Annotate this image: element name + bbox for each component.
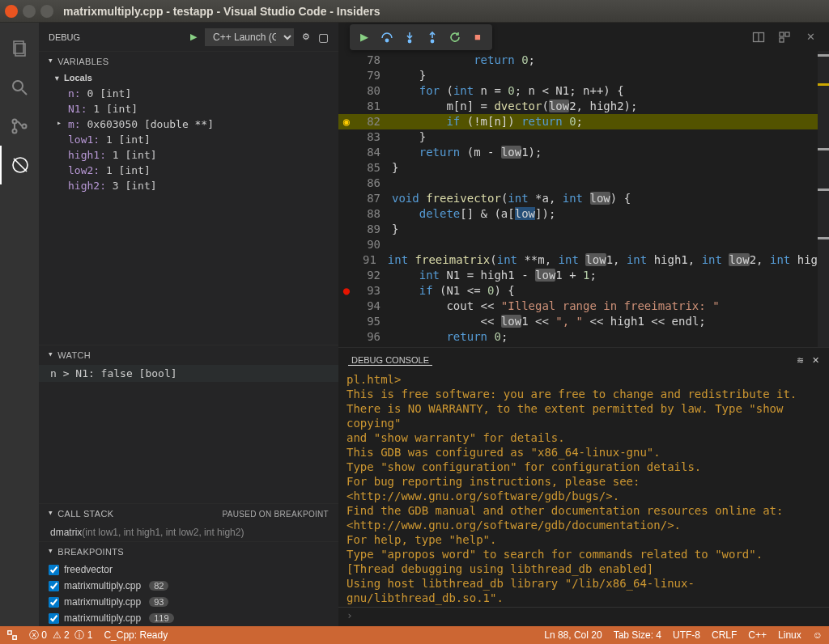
variable-row[interactable]: low1: 1 [int] bbox=[39, 132, 338, 147]
variables-scope-locals[interactable]: Locals bbox=[39, 71, 338, 84]
code-line[interactable]: int N1 = high1 - low1 + 1; bbox=[392, 268, 818, 283]
breakpoint-gutter[interactable] bbox=[338, 160, 355, 176]
variable-row[interactable]: low2: 1 [int] bbox=[39, 163, 338, 178]
breakpoint-gutter[interactable] bbox=[338, 206, 355, 222]
overview-ruler[interactable] bbox=[818, 51, 829, 347]
code-line[interactable]: return (m - low1); bbox=[392, 145, 818, 160]
debug-console-toggle-icon[interactable]: ▢ bbox=[318, 31, 329, 44]
code-line[interactable]: void freeivector(int *a, int low) { bbox=[392, 191, 818, 206]
window-maximize-button[interactable] bbox=[40, 5, 53, 18]
watch-section-header[interactable]: WATCH bbox=[39, 345, 338, 365]
breakpoint-gutter[interactable] bbox=[338, 237, 355, 252]
breakpoint-gutter[interactable] bbox=[338, 99, 355, 114]
debug-step-into-button[interactable] bbox=[398, 26, 421, 49]
code-line[interactable]: return 0; bbox=[392, 53, 818, 68]
breakpoint-checkbox[interactable] bbox=[49, 565, 59, 575]
code-line[interactable]: int freeimatrix(int **m, int low1, int h… bbox=[388, 252, 818, 268]
debug-console-tab[interactable]: DEBUG CONSOLE bbox=[348, 355, 432, 366]
code-line[interactable]: if (N1 <= 0) { bbox=[392, 283, 818, 299]
breakpoint-row[interactable]: matrixmultiply.cpp82 bbox=[39, 578, 338, 594]
window-close-button[interactable] bbox=[5, 5, 18, 18]
breakpoint-checkbox[interactable] bbox=[49, 581, 59, 591]
code-line[interactable]: if (!m[n]) return 0; bbox=[392, 114, 818, 129]
breakpoint-gutter[interactable] bbox=[338, 176, 355, 191]
breakpoint-gutter[interactable] bbox=[338, 314, 355, 329]
split-editor-icon[interactable] bbox=[748, 27, 769, 48]
callstack-frame[interactable]: dmatrix(int low1, int high1, int low2, i… bbox=[39, 523, 338, 541]
breakpoint-gutter[interactable] bbox=[338, 53, 355, 68]
editor-close-icon[interactable]: ✕ bbox=[800, 27, 821, 48]
variables-section-header[interactable]: VARIABLES bbox=[39, 52, 338, 71]
debug-step-out-button[interactable] bbox=[421, 26, 444, 49]
debug-restart-button[interactable] bbox=[444, 26, 466, 49]
variable-row[interactable]: m: 0x603050 [double **] bbox=[39, 117, 338, 132]
start-debug-button[interactable]: ▶ bbox=[190, 32, 197, 42]
breakpoint-row[interactable]: matrixmultiply.cpp119 bbox=[39, 610, 338, 626]
breakpoint-gutter[interactable]: ● bbox=[338, 283, 355, 299]
code-line[interactable]: } bbox=[392, 68, 818, 83]
debug-console-output[interactable]: pl.html>This is free software: you are f… bbox=[338, 372, 829, 607]
breakpoint-checkbox[interactable] bbox=[49, 597, 59, 608]
console-line: <http://www.gnu.org/software/gdb/bugs/>. bbox=[346, 489, 821, 503]
code-line[interactable]: } bbox=[392, 222, 818, 237]
breakpoints-section-header[interactable]: BREAKPOINTS bbox=[39, 542, 338, 561]
breakpoint-gutter[interactable] bbox=[338, 222, 355, 237]
status-cursor-position[interactable]: Ln 88, Col 20 bbox=[544, 629, 602, 641]
panel-close-icon[interactable]: ✕ bbox=[812, 355, 819, 366]
status-extension[interactable]: C_Cpp: Ready bbox=[104, 629, 168, 641]
breakpoint-gutter[interactable] bbox=[338, 299, 355, 314]
code-editor[interactable]: 78 return 0;79 }80 for (int n = 0; n < N… bbox=[338, 51, 829, 347]
code-line[interactable]: m[n] = dvector(low2, high2); bbox=[392, 99, 818, 114]
code-line[interactable]: << low1 << ", " << high1 << endl; bbox=[392, 314, 818, 329]
status-problems[interactable]: ⓧ 0 ⚠ 2 ⓘ 1 bbox=[29, 629, 92, 642]
activity-scm[interactable] bbox=[0, 107, 39, 146]
breakpoint-gutter[interactable] bbox=[338, 145, 355, 160]
status-feedback-icon[interactable]: ☺ bbox=[813, 629, 823, 641]
debug-settings-icon[interactable]: ⚙ bbox=[302, 32, 310, 42]
breakpoint-gutter[interactable] bbox=[338, 268, 355, 283]
status-language[interactable]: C++ bbox=[748, 629, 767, 641]
debug-continue-button[interactable]: ▶ bbox=[353, 26, 376, 49]
code-line[interactable]: } bbox=[392, 129, 818, 145]
debug-header-label: DEBUG bbox=[49, 32, 80, 42]
breakpoint-gutter[interactable] bbox=[338, 129, 355, 145]
code-line[interactable]: cout << "Illegal range in freeimatrix: " bbox=[392, 299, 818, 314]
breakpoint-gutter[interactable] bbox=[338, 191, 355, 206]
activity-debug[interactable] bbox=[0, 146, 39, 184]
status-remote-icon[interactable] bbox=[6, 629, 18, 641]
code-line[interactable]: return 0; bbox=[392, 329, 818, 345]
code-line[interactable]: } bbox=[392, 160, 818, 176]
code-line[interactable] bbox=[392, 176, 818, 191]
code-line[interactable]: delete[] & (a[low]); bbox=[392, 206, 818, 222]
breakpoint-checkbox[interactable] bbox=[49, 613, 59, 624]
status-encoding[interactable]: UTF-8 bbox=[673, 629, 700, 641]
code-line[interactable]: for (int n = 0; n < N1; n++) { bbox=[392, 83, 818, 99]
breakpoint-gutter[interactable] bbox=[338, 329, 355, 345]
console-line: Type "apropos word" to search for comman… bbox=[346, 547, 821, 561]
breakpoint-row[interactable]: matrixmultiply.cpp93 bbox=[39, 594, 338, 610]
breakpoint-gutter[interactable] bbox=[338, 83, 355, 99]
code-line[interactable] bbox=[392, 237, 818, 252]
status-os[interactable]: Linux bbox=[778, 629, 801, 641]
breakpoint-gutter[interactable] bbox=[338, 252, 353, 268]
callstack-section-header[interactable]: CALL STACK PAUSED ON BREAKPOINT bbox=[39, 504, 338, 523]
debug-console-input[interactable]: › bbox=[338, 607, 829, 626]
breakpoint-row[interactable]: freedvector bbox=[39, 561, 338, 578]
debug-config-select[interactable]: C++ Launch (G bbox=[205, 28, 294, 46]
more-actions-icon[interactable] bbox=[774, 27, 795, 48]
breakpoint-gutter[interactable] bbox=[338, 68, 355, 83]
panel-clear-icon[interactable]: ≋ bbox=[797, 355, 804, 366]
status-indentation[interactable]: Tab Size: 4 bbox=[614, 629, 661, 641]
variable-row[interactable]: n: 0 [int] bbox=[39, 86, 338, 101]
activity-explorer[interactable] bbox=[0, 29, 39, 68]
variable-row[interactable]: high2: 3 [int] bbox=[39, 178, 338, 193]
activity-search[interactable] bbox=[0, 68, 39, 107]
debug-stop-button[interactable]: ■ bbox=[466, 26, 489, 49]
status-eol[interactable]: CRLF bbox=[712, 629, 737, 641]
variable-row[interactable]: N1: 1 [int] bbox=[39, 101, 338, 117]
watch-expression[interactable]: n > N1: false [bool] bbox=[39, 365, 338, 382]
debug-step-over-button[interactable] bbox=[376, 26, 398, 49]
variable-row[interactable]: high1: 1 [int] bbox=[39, 147, 338, 163]
breakpoint-gutter[interactable]: ◉ bbox=[338, 114, 355, 129]
window-minimize-button[interactable] bbox=[23, 5, 36, 18]
